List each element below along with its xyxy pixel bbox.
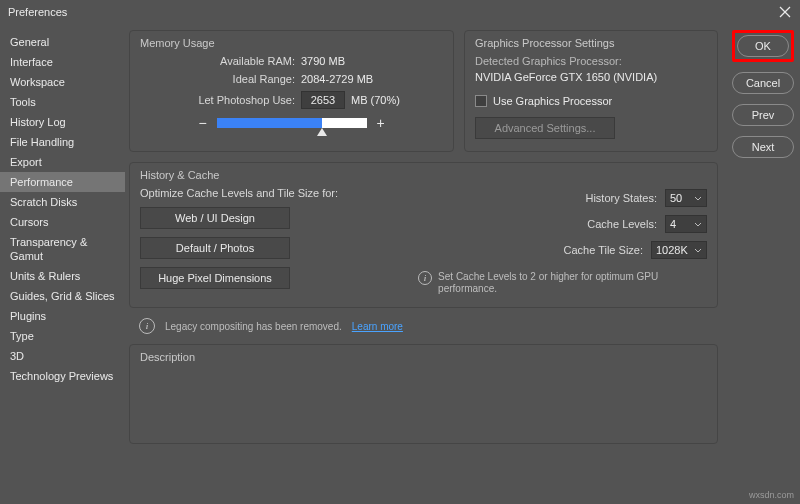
sidebar-item-export[interactable]: Export [0, 152, 125, 172]
sidebar-item-units-rulers[interactable]: Units & Rulers [0, 266, 125, 286]
memory-slider[interactable] [217, 118, 367, 128]
watermark: wxsdn.com [749, 490, 794, 500]
cache-info-text: Set Cache Levels to 2 or higher for opti… [438, 271, 707, 295]
chevron-down-icon [694, 218, 702, 230]
slider-thumb-icon[interactable] [317, 128, 327, 136]
graphics-title: Graphics Processor Settings [475, 37, 707, 49]
cache-tile-size-select[interactable]: 1028K [651, 241, 707, 259]
sidebar-item-general[interactable]: General [0, 32, 125, 52]
history-states-value: 50 [670, 192, 682, 204]
description-title: Description [140, 351, 707, 363]
next-button[interactable]: Next [732, 136, 794, 158]
dialog-buttons: OK Cancel Prev Next [732, 30, 794, 158]
sidebar-item-type[interactable]: Type [0, 326, 125, 346]
sidebar-item-tools[interactable]: Tools [0, 92, 125, 112]
memory-usage-title: Memory Usage [140, 37, 443, 49]
history-cache-group: History & Cache Optimize Cache Levels an… [129, 162, 718, 308]
content: General Interface Workspace Tools Histor… [0, 24, 800, 504]
cache-levels-select[interactable]: 4 [665, 215, 707, 233]
slider-minus-icon[interactable]: − [197, 115, 209, 131]
slider-plus-icon[interactable]: + [375, 115, 387, 131]
history-states-select[interactable]: 50 [665, 189, 707, 207]
main-panel: OK Cancel Prev Next Memory Usage Availab… [125, 24, 800, 504]
sidebar-item-transparency-gamut[interactable]: Transparency & Gamut [0, 232, 125, 266]
cache-levels-value: 4 [670, 218, 676, 230]
info-icon: i [139, 318, 155, 334]
description-group: Description [129, 344, 718, 444]
history-states-label: History States: [585, 192, 657, 204]
ideal-range-label: Ideal Range: [140, 73, 295, 85]
ok-highlight: OK [732, 30, 794, 62]
memory-usage-group: Memory Usage Available RAM: 3790 MB Idea… [129, 30, 454, 152]
opt-web-ui-button[interactable]: Web / UI Design [140, 207, 290, 229]
ok-button[interactable]: OK [737, 35, 789, 57]
prev-button[interactable]: Prev [732, 104, 794, 126]
opt-default-photos-button[interactable]: Default / Photos [140, 237, 290, 259]
cache-levels-label: Cache Levels: [587, 218, 657, 230]
legacy-compositing-row: i Legacy compositing has been removed. L… [139, 318, 718, 334]
preferences-dialog: Preferences General Interface Workspace … [0, 0, 800, 504]
sidebar-item-interface[interactable]: Interface [0, 52, 125, 72]
sidebar-item-3d[interactable]: 3D [0, 346, 125, 366]
info-icon: i [418, 271, 432, 285]
sidebar-item-plugins[interactable]: Plugins [0, 306, 125, 326]
photoshop-use-label: Let Photoshop Use: [140, 94, 295, 106]
dialog-title: Preferences [8, 6, 67, 18]
sidebar-item-workspace[interactable]: Workspace [0, 72, 125, 92]
sidebar-item-performance[interactable]: Performance [0, 172, 125, 192]
sidebar-item-technology-previews[interactable]: Technology Previews [0, 366, 125, 386]
advanced-settings-button[interactable]: Advanced Settings... [475, 117, 615, 139]
sidebar-item-guides-grid-slices[interactable]: Guides, Grid & Slices [0, 286, 125, 306]
available-ram-label: Available RAM: [140, 55, 295, 67]
legacy-text: Legacy compositing has been removed. [165, 321, 342, 332]
optimize-label: Optimize Cache Levels and Tile Size for: [140, 187, 338, 199]
ideal-range-value: 2084-2729 MB [301, 73, 373, 85]
photoshop-use-suffix: MB (70%) [351, 94, 400, 106]
use-gpu-label: Use Graphics Processor [493, 95, 612, 107]
detected-gpu-label: Detected Graphics Processor: [475, 55, 707, 67]
sidebar-item-history-log[interactable]: History Log [0, 112, 125, 132]
sidebar-item-cursors[interactable]: Cursors [0, 212, 125, 232]
cache-tile-size-label: Cache Tile Size: [564, 244, 643, 256]
sidebar-item-scratch-disks[interactable]: Scratch Disks [0, 192, 125, 212]
sidebar: General Interface Workspace Tools Histor… [0, 24, 125, 504]
use-gpu-checkbox[interactable] [475, 95, 487, 107]
history-cache-title: History & Cache [140, 169, 707, 181]
titlebar: Preferences [0, 0, 800, 24]
detected-gpu-value: NVIDIA GeForce GTX 1650 (NVIDIA) [475, 71, 707, 83]
chevron-down-icon [694, 192, 702, 204]
slider-fill [217, 118, 322, 128]
learn-more-link[interactable]: Learn more [352, 321, 403, 332]
close-icon[interactable] [778, 5, 792, 19]
chevron-down-icon [694, 244, 702, 256]
available-ram-value: 3790 MB [301, 55, 345, 67]
cancel-button[interactable]: Cancel [732, 72, 794, 94]
opt-huge-pixel-button[interactable]: Huge Pixel Dimensions [140, 267, 290, 289]
photoshop-use-input[interactable] [301, 91, 345, 109]
graphics-processor-group: Graphics Processor Settings Detected Gra… [464, 30, 718, 152]
sidebar-item-file-handling[interactable]: File Handling [0, 132, 125, 152]
cache-tile-size-value: 1028K [656, 244, 688, 256]
